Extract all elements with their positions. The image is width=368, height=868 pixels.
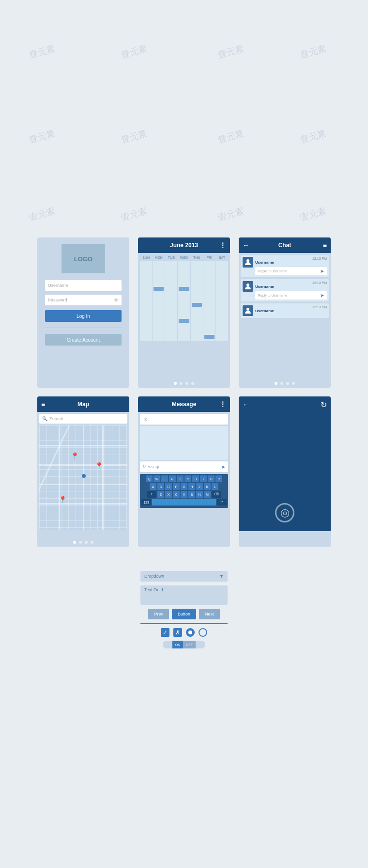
username-field[interactable]: Username bbox=[45, 280, 122, 291]
cal-cell[interactable] bbox=[216, 293, 228, 309]
dropdown[interactable]: Dropdown ▼ bbox=[140, 571, 228, 582]
chat-item[interactable]: Username12:13 PM bbox=[241, 303, 329, 318]
toggle-left[interactable]: ON OFF bbox=[163, 641, 206, 648]
camera-shutter-button[interactable]: ◎ bbox=[275, 503, 294, 522]
key-o[interactable]: O bbox=[208, 475, 215, 482]
radio-empty[interactable] bbox=[199, 628, 207, 637]
radio-filled[interactable] bbox=[186, 628, 195, 637]
key-v[interactable]: V bbox=[181, 491, 187, 498]
button-button[interactable]: Button bbox=[172, 609, 196, 619]
cal-cell[interactable] bbox=[153, 325, 165, 341]
key-d[interactable]: D bbox=[165, 483, 172, 490]
back-icon[interactable]: ← bbox=[243, 400, 250, 410]
cal-cell-event[interactable] bbox=[178, 277, 190, 293]
cal-cell[interactable] bbox=[165, 277, 177, 293]
key-n[interactable]: N bbox=[196, 491, 203, 498]
key-w[interactable]: W bbox=[153, 475, 160, 482]
cal-cell[interactable] bbox=[216, 261, 228, 277]
chat-reply[interactable]: Reply to Username ➤ bbox=[255, 267, 327, 275]
key-a[interactable]: A bbox=[150, 483, 156, 490]
key-space[interactable] bbox=[152, 499, 216, 505]
cal-cell[interactable] bbox=[165, 309, 177, 325]
key-s[interactable]: S bbox=[157, 483, 164, 490]
cal-cell[interactable] bbox=[165, 261, 177, 277]
key-l[interactable]: L bbox=[212, 483, 218, 490]
top-empty-area bbox=[0, 0, 368, 237]
key-r[interactable]: R bbox=[169, 475, 176, 482]
map-search[interactable]: 🔍 Search bbox=[39, 414, 127, 424]
message-menu-icon[interactable]: ⋮ bbox=[219, 400, 226, 408]
message-to[interactable]: To bbox=[140, 414, 228, 425]
prev-button[interactable]: Prev bbox=[148, 609, 169, 619]
message-text-area[interactable] bbox=[140, 426, 228, 460]
key-m[interactable]: M bbox=[204, 491, 211, 498]
cal-cell-event[interactable] bbox=[165, 293, 177, 309]
map-menu-icon[interactable]: ≡ bbox=[41, 400, 45, 408]
checkbox-checked[interactable]: ✓ bbox=[161, 628, 169, 637]
key-z[interactable]: Z bbox=[157, 491, 164, 498]
chat-item[interactable]: Username12:13 PM Reply to Username ➤ bbox=[241, 279, 329, 301]
next-button[interactable]: Next bbox=[199, 609, 220, 619]
refresh-icon[interactable]: ↻ bbox=[321, 400, 327, 410]
cal-cell[interactable] bbox=[191, 261, 203, 277]
login-divider bbox=[45, 328, 122, 328]
menu-icon[interactable]: ≡ bbox=[323, 241, 327, 249]
cal-cell[interactable] bbox=[216, 277, 228, 293]
camera-top-icons: ← ↻ bbox=[243, 400, 327, 410]
key-backspace[interactable]: ⌫ bbox=[212, 491, 221, 498]
key-c[interactable]: C bbox=[173, 491, 180, 498]
cal-cell-event[interactable] bbox=[178, 309, 190, 325]
cal-cell[interactable] bbox=[178, 261, 190, 277]
calendar-menu-icon[interactable]: ⋮ bbox=[219, 241, 226, 249]
cal-cell[interactable] bbox=[153, 293, 165, 309]
key-f[interactable]: F bbox=[173, 483, 180, 490]
cal-cell[interactable] bbox=[165, 325, 177, 341]
text-field[interactable]: Text Field bbox=[140, 585, 228, 605]
cal-cell[interactable] bbox=[191, 309, 203, 325]
chat-reply[interactable]: Reply to Username ➤ bbox=[255, 291, 327, 300]
message-input[interactable]: Message ➤ bbox=[140, 461, 228, 472]
key-return[interactable]: ↵ bbox=[217, 499, 227, 505]
cal-cell[interactable] bbox=[140, 261, 152, 277]
cal-cell[interactable] bbox=[153, 309, 165, 325]
cal-cell[interactable] bbox=[153, 261, 165, 277]
key-e[interactable]: E bbox=[161, 475, 168, 482]
key-k[interactable]: K bbox=[204, 483, 211, 490]
key-g[interactable]: G bbox=[181, 483, 187, 490]
key-x[interactable]: X bbox=[165, 491, 172, 498]
cal-cell-event[interactable] bbox=[191, 293, 203, 309]
cal-cell[interactable] bbox=[203, 309, 215, 325]
chat-item[interactable]: Username12:13 PM Reply to Username ➤ bbox=[241, 255, 329, 277]
cal-cell[interactable] bbox=[216, 309, 228, 325]
key-y[interactable]: Y bbox=[184, 475, 191, 482]
back-icon[interactable]: ← bbox=[243, 241, 249, 249]
cal-cell[interactable] bbox=[191, 277, 203, 293]
key-shift[interactable]: ⇧ bbox=[147, 491, 156, 498]
cal-cell[interactable] bbox=[178, 325, 190, 341]
cal-cell[interactable] bbox=[191, 325, 203, 341]
key-u[interactable]: U bbox=[192, 475, 199, 482]
key-123[interactable]: 123 bbox=[141, 499, 151, 505]
cal-cell[interactable] bbox=[178, 293, 190, 309]
cal-cell[interactable] bbox=[140, 277, 152, 293]
key-j[interactable]: J bbox=[196, 483, 203, 490]
cal-cell[interactable] bbox=[216, 325, 228, 341]
cal-cell-event[interactable] bbox=[153, 277, 165, 293]
key-t[interactable]: T bbox=[177, 475, 184, 482]
password-field[interactable]: Password 👁 bbox=[45, 295, 122, 305]
checkbox-cross[interactable]: ✗ bbox=[173, 628, 182, 637]
cal-cell[interactable] bbox=[140, 325, 152, 341]
cal-cell[interactable] bbox=[203, 293, 215, 309]
key-i[interactable]: I bbox=[200, 475, 207, 482]
create-account-button[interactable]: Create Account bbox=[45, 334, 122, 346]
login-button[interactable]: Log In bbox=[45, 310, 122, 322]
key-p[interactable]: P bbox=[215, 475, 222, 482]
key-b[interactable]: B bbox=[188, 491, 195, 498]
cal-cell-event[interactable] bbox=[203, 325, 215, 341]
cal-cell[interactable] bbox=[203, 261, 215, 277]
cal-cell[interactable] bbox=[140, 293, 152, 309]
cal-cell[interactable] bbox=[203, 277, 215, 293]
key-q[interactable]: Q bbox=[146, 475, 153, 482]
cal-cell[interactable] bbox=[140, 309, 152, 325]
key-h[interactable]: H bbox=[188, 483, 195, 490]
